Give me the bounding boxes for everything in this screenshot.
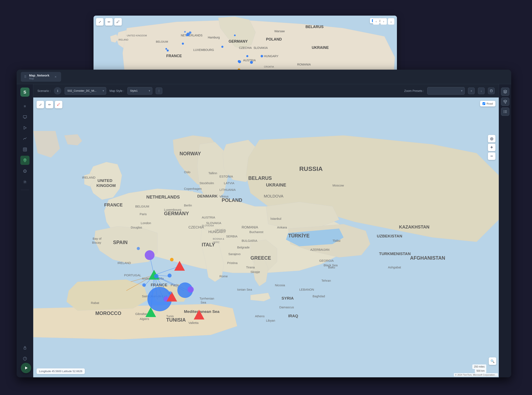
svg-text:Baghdad: Baghdad [313,294,325,298]
sidebar-item-chart[interactable] [20,134,29,143]
title-bar: ⠿ Map_Network Map × [17,70,511,84]
scenario-select[interactable]: S02_Consider_DC_Mi... [65,87,106,95]
sidebar-item-map[interactable] [20,156,29,165]
zoom-download-btn[interactable]: ↓ [478,88,485,94]
map-style-select[interactable]: Style1 [127,87,152,95]
svg-text:Tirana: Tirana [246,265,255,269]
bg-map-draw-btn[interactable]: 🖊 [114,18,122,26]
bg-down-btn[interactable]: ⌄ [388,18,394,25]
more-options-btn[interactable]: ⋮ [156,88,162,94]
close-button[interactable]: × [54,75,58,79]
svg-text:MOROCCO: MOROCCO [95,311,121,316]
settings2-icon [23,180,27,184]
svg-text:PORTUGAL: PORTUGAL [124,273,141,277]
road-toggle[interactable]: Road [480,101,495,106]
chart-icon [23,137,27,141]
svg-point-45 [238,60,241,63]
play-icon [23,126,27,130]
sidebar-item-monitor[interactable] [20,112,29,122]
bg-map-fullscreen-btn[interactable]: ⤢ [96,18,103,26]
map-style-select-wrapper: Style1 ▼ [127,87,152,95]
svg-point-34 [250,61,253,64]
svg-point-29 [165,48,167,50]
scenario-select-wrapper: S02_Consider_DC_Mi... ▼ [65,87,106,95]
list-view-btn[interactable] [501,108,509,116]
svg-text:SYRIA: SYRIA [282,296,294,300]
sidebar-item-lock[interactable] [20,343,29,352]
map-container: Scenario : ℹ S02_Consider_DC_Mi... ▼ Map… [33,84,499,377]
svg-text:İstanbul: İstanbul [270,217,281,220]
svg-text:MOLDOVA: MOLDOVA [264,194,283,198]
window-title: Map_Network [29,74,49,77]
zoom-in-btn[interactable]: + [488,144,495,151]
svg-text:ROMANIA: ROMANIA [297,63,311,66]
title-bar-drag[interactable]: ⠿ Map_Network Map × [21,72,61,82]
bg-map-edit-btn[interactable]: ✏ [105,18,113,26]
svg-text:Damascus: Damascus [279,305,294,309]
locate-btn[interactable]: ◎ [488,135,495,143]
sidebar-item-layers2[interactable] [20,166,29,176]
svg-text:BELARUS: BELARUS [248,176,272,181]
zoom-delete-btn[interactable] [488,88,494,94]
map-attribution: © 2024 TomTom, Microsoft Corporation... [454,373,498,377]
layers-stack-icon [503,90,507,94]
svg-text:GEORGIA: GEORGIA [319,259,334,262]
zoom-out-btn[interactable]: − [488,152,495,160]
bg-nav-buttons: ‹ › ⌄ [373,18,394,25]
map-controls-top-left: ⤢ ✏ 🖊 [37,101,62,108]
bg-prev-btn[interactable]: ‹ [373,18,380,25]
sidebar-item-help[interactable]: ? [20,354,29,363]
svg-text:POLAND: POLAND [266,37,282,41]
svg-text:Douglas: Douglas [131,225,142,229]
sidebar-item-play[interactable] [20,123,29,132]
map-view[interactable]: UNITED KINGDOM IRELAND FRANCE Bay of Bis… [33,98,499,377]
scenario-info-btn[interactable]: ℹ [54,87,61,95]
svg-point-31 [221,46,223,48]
map-edit-btn[interactable]: ✏ [46,101,53,108]
bg-next-btn[interactable]: › [380,18,387,25]
magnify-btn[interactable]: 🔍 [489,357,496,365]
svg-text:TÜRKİYE: TÜRKİYE [288,233,310,238]
map-expand-btn[interactable]: ⤢ [37,101,44,108]
app-logo[interactable]: S [20,88,29,97]
svg-text:UZBEKISTAN: UZBEKISTAN [377,234,402,238]
svg-rect-59 [24,348,26,349]
zoom-presets-wrapper: ▼ [427,87,465,95]
sidebar-item-settings2[interactable] [20,177,29,187]
play-run-btn[interactable] [21,363,31,373]
magnify-icon[interactable]: 🔍 [489,357,496,365]
list-view-icon [503,110,507,114]
monitor-icon [23,115,27,119]
svg-text:Pristina: Pristina [227,261,238,265]
sidebar-item-table[interactable] [20,145,29,154]
sidebar-item-menu[interactable]: ≡ [20,102,29,111]
bg-map-expand-btn[interactable]: ⤢ ✏ 🖊 [96,18,122,26]
svg-text:+: + [505,101,506,104]
svg-text:Rome: Rome [219,274,228,278]
svg-point-186 [504,110,504,111]
svg-text:Ankara: Ankara [277,225,287,229]
svg-text:LITHUANIA: LITHUANIA [219,188,236,192]
svg-text:KINGDOM: KINGDOM [96,183,116,188]
svg-text:Copenhagen: Copenhagen [184,187,201,190]
right-panel: + [499,84,511,377]
svg-text:UKRAINE: UKRAINE [266,182,286,187]
svg-text:Hamburg: Hamburg [208,36,220,39]
table-icon [23,147,27,152]
svg-point-43 [184,31,186,33]
svg-text:Vilnius: Vilnius [219,195,228,198]
svg-text:SPAIN: SPAIN [113,240,128,245]
zoom-presets-select[interactable] [427,87,465,95]
layers-btn[interactable] [501,88,509,96]
svg-text:Paris: Paris [171,283,179,287]
svg-text:CROATIA: CROATIA [215,229,226,231]
zoom-add-btn[interactable]: + [468,88,475,94]
svg-text:AZERBAIJAN: AZERBAIJAN [310,248,329,251]
map-draw-btn[interactable]: 🖊 [55,101,62,108]
zoom-controls: ◎ + − [488,135,495,160]
road-checkbox[interactable] [483,102,485,105]
svg-text:ITALY: ITALY [202,242,215,247]
add-layer-btn[interactable]: + [501,98,509,106]
svg-text:ESTONIA: ESTONIA [219,175,233,178]
svg-text:Bay of: Bay of [93,237,102,240]
